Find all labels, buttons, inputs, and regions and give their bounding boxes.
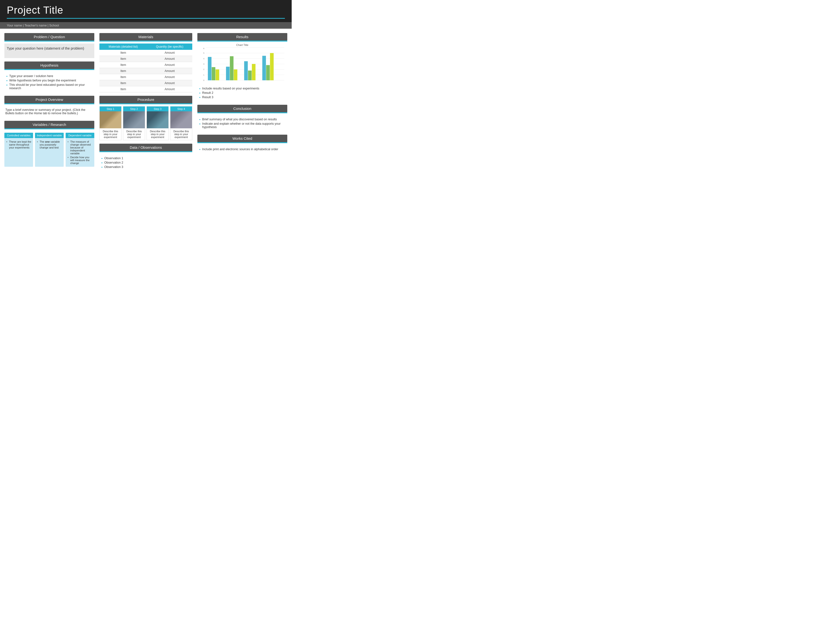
pq-cyan-bar: [5, 41, 94, 41]
procedure-steps: Step 1 Describe this step in your experi…: [99, 106, 192, 140]
material-qty: Amount: [147, 68, 192, 74]
svg-text:5: 5: [203, 52, 204, 54]
procedure-section: Procedure Step 1 Describe this step in y…: [99, 96, 192, 140]
material-qty: Amount: [147, 56, 192, 62]
results-cyan-bar: [197, 41, 287, 41]
observation-1: Observation 1: [101, 156, 191, 160]
problem-question-content[interactable]: Type your question here (statement of th…: [5, 44, 94, 58]
material-item: Item: [99, 74, 147, 80]
materials-row: ItemAmount: [99, 50, 192, 56]
svg-rect-17: [226, 66, 230, 80]
svg-text:4: 4: [203, 58, 204, 60]
step-4-desc[interactable]: Describe this step in your experiment: [171, 128, 192, 140]
svg-rect-23: [262, 56, 266, 81]
svg-text:0: 0: [203, 79, 204, 81]
material-item: Item: [99, 50, 147, 56]
controlled-variables-content: These are kept the same throughout your …: [5, 138, 33, 158]
svg-text:3: 3: [203, 63, 204, 65]
bar-chart: 0 1 2 3 4 5 6: [197, 47, 287, 81]
controlled-var-bullet-1: These are kept the same throughout your …: [6, 140, 32, 150]
left-column: Problem / Question Type your question he…: [5, 33, 98, 171]
step-1-card: Step 1 Describe this step in your experi…: [99, 106, 122, 140]
project-overview-header: Project Overview: [5, 96, 94, 103]
svg-rect-20: [244, 61, 248, 80]
variables-boxes: Controlled variables These are kept the …: [5, 133, 94, 167]
chart-area: Chart Title 0 1 2 3 4 5 6: [197, 44, 287, 82]
variables-cyan-bar: [5, 128, 94, 129]
independent-variable-header: Independent variable: [35, 133, 64, 138]
step-3-card: Step 3 Describe this step in your experi…: [147, 106, 169, 140]
materials-row: ItemAmount: [99, 62, 192, 68]
materials-row: ItemAmount: [99, 56, 192, 62]
conclusion-bullet-2: Indicate and explain whether or not the …: [199, 122, 286, 129]
header: Project Title: [0, 0, 292, 22]
project-overview-content[interactable]: Type a brief overview or summary of your…: [5, 106, 94, 117]
step-1-desc[interactable]: Describe this step in your experiment: [99, 128, 121, 140]
results-section: Results Chart Title 0 1 2 3 4 5 6: [197, 33, 287, 101]
dependent-variable-header: Dependent variable: [66, 133, 94, 138]
svg-text:1: 1: [203, 74, 204, 76]
project-overview-section: Project Overview Type a brief overview o…: [5, 96, 94, 117]
conclusion-bullet-1: Brief summary of what you discovered bas…: [199, 117, 286, 122]
conclusion-bullets: Brief summary of what you discovered bas…: [197, 115, 287, 131]
works-cited-bullet-1: Include print and electronic sources in …: [199, 147, 286, 152]
materials-col2-header: Quantity (be specific): [147, 44, 192, 50]
procedure-cyan-bar: [99, 103, 192, 104]
materials-col1-header: Materials (detailed list): [99, 44, 147, 50]
svg-rect-21: [248, 71, 251, 80]
materials-row: ItemAmount: [99, 68, 192, 74]
svg-rect-24: [266, 65, 270, 81]
svg-text:6: 6: [203, 47, 204, 50]
step-3-image: [147, 111, 169, 128]
step-3-desc[interactable]: Describe this step in your experiment: [147, 128, 169, 140]
material-qty: Amount: [147, 86, 192, 92]
hyp-cyan-bar: [5, 69, 94, 70]
works-cited-section: Works Cited Include print and electronic…: [197, 135, 287, 153]
step-2-image: [123, 111, 145, 128]
hypothesis-header: Hypothesis: [5, 62, 94, 69]
problem-question-header: Problem / Question: [5, 33, 94, 41]
dependent-variable-box: Dependent variable The measure of change…: [66, 133, 94, 167]
materials-row: ItemAmount: [99, 80, 192, 86]
materials-row: ItemAmount: [99, 74, 192, 80]
data-observations-header: Data / Observations: [99, 144, 192, 151]
step-4-header: Step 4: [171, 106, 192, 111]
page-title: Project Title: [7, 5, 285, 16]
material-item: Item: [99, 56, 147, 62]
step-2-desc[interactable]: Describe this step in your experiment: [123, 128, 145, 140]
step-4-image: [171, 111, 192, 128]
problem-question-section: Problem / Question Type your question he…: [5, 33, 94, 58]
svg-text:2: 2: [203, 68, 204, 71]
material-qty: Amount: [147, 62, 192, 68]
dependent-var-bullet-1: The measure of change observed because o…: [67, 140, 93, 155]
hypothesis-bullet-2: Write hypothesis before you begin the ex…: [6, 78, 93, 83]
result-bullet-2: Result 2: [199, 91, 286, 95]
material-item: Item: [99, 62, 147, 68]
material-qty: Amount: [147, 50, 192, 56]
step-4-card: Step 4 Describe this step in your experi…: [170, 106, 192, 140]
step-3-header: Step 3: [147, 106, 169, 111]
variables-section: Variables / Research Controlled variable…: [5, 121, 94, 167]
material-qty: Amount: [147, 74, 192, 80]
main-content: Problem / Question Type your question he…: [0, 29, 292, 174]
conclusion-cyan-bar: [197, 112, 287, 113]
data-observations-section: Data / Observations Observation 1 Observ…: [99, 144, 192, 171]
chart-title: Chart Title: [197, 44, 287, 46]
controlled-variables-header: Controlled variables: [5, 133, 33, 138]
works-cited-header: Works Cited: [197, 135, 287, 142]
step-2-header: Step 2: [123, 106, 145, 111]
step-1-header: Step 1: [99, 106, 121, 111]
step-2-card: Step 2 Describe this step in your experi…: [123, 106, 145, 140]
independent-var-bullet-1: The one variable you purposely change an…: [37, 140, 62, 150]
observation-3: Observation 3: [101, 165, 191, 169]
svg-rect-18: [230, 56, 234, 80]
results-header: Results: [197, 33, 287, 41]
hypothesis-bullet-1: Type your answer / solution here: [6, 74, 93, 78]
hypothesis-bullet-3: This should be your best educated guess …: [6, 83, 93, 90]
procedure-header: Procedure: [99, 96, 192, 103]
step-1-image: [99, 111, 121, 128]
works-cited-bullets: Include print and electronic sources in …: [197, 145, 287, 153]
material-qty: Amount: [147, 80, 192, 86]
controlled-variables-box: Controlled variables These are kept the …: [5, 133, 33, 167]
svg-rect-19: [234, 69, 237, 81]
